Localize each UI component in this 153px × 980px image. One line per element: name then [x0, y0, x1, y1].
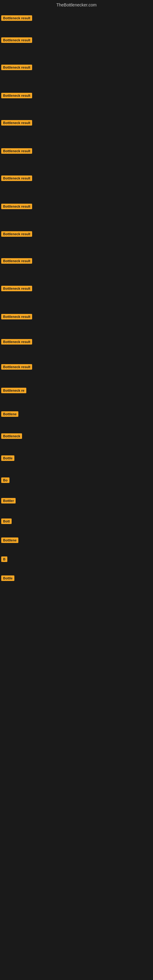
result-row: Bottleneck result	[0, 228, 153, 255]
result-row: Bottleneck result	[0, 283, 153, 311]
bottleneck-badge[interactable]: Bottleneck result	[1, 148, 32, 154]
bottleneck-badge[interactable]: Bottle	[1, 455, 14, 461]
bottleneck-badge[interactable]: Bottlene	[1, 411, 18, 417]
result-row: Bott	[0, 515, 153, 535]
result-row: Bottler	[0, 495, 153, 515]
result-row: Bottleneck result	[0, 336, 153, 361]
bottleneck-badge[interactable]: Bottleneck	[1, 433, 22, 439]
bottleneck-badge[interactable]: Bottleneck result	[1, 339, 32, 345]
result-row: Bottleneck result	[0, 145, 153, 172]
result-row: Bottleneck re	[0, 385, 153, 408]
bottleneck-badge[interactable]: Bottle	[1, 576, 14, 581]
result-row: Bottleneck	[0, 430, 153, 452]
bottleneck-badge[interactable]: Bottleneck result	[1, 37, 32, 43]
result-row: B	[0, 554, 153, 573]
bottleneck-badge[interactable]: Bottleneck result	[1, 15, 32, 21]
bottleneck-badge[interactable]: Bott	[1, 519, 12, 524]
result-row: Bottleneck result	[0, 311, 153, 336]
bottleneck-badge[interactable]: Bottleneck result	[1, 286, 32, 291]
bottleneck-badge[interactable]: Bottleneck result	[1, 120, 32, 126]
site-title-text: TheBottlenecker.com	[56, 2, 97, 7]
result-row: Bottle	[0, 452, 153, 474]
result-row: Bottleneck result	[0, 34, 153, 62]
bottleneck-badge[interactable]: Bottlene	[1, 538, 18, 543]
result-row: Bottleneck result	[0, 62, 153, 90]
result-row: Bottlene	[0, 408, 153, 430]
result-row: Bottleneck result	[0, 172, 153, 200]
bottleneck-badge[interactable]: Bottler	[1, 498, 16, 503]
result-row: Bottleneck result	[0, 117, 153, 145]
bottleneck-badge[interactable]: Bottleneck result	[1, 231, 32, 237]
result-row: Bottleneck result	[0, 90, 153, 117]
result-row: Bottleneck result	[0, 255, 153, 283]
bottleneck-badge[interactable]: Bottleneck result	[1, 65, 32, 70]
result-row: Bottlene	[0, 535, 153, 554]
bottleneck-badge[interactable]: B	[1, 557, 7, 562]
bottleneck-badge[interactable]: Bottleneck result	[1, 204, 32, 209]
bottleneck-badge[interactable]: Bottleneck result	[1, 314, 32, 320]
badges-container: Bottleneck resultBottleneck resultBottle…	[0, 9, 153, 591]
bottleneck-badge[interactable]: Bottleneck result	[1, 258, 32, 264]
result-row: Bo	[0, 474, 153, 495]
result-row: Bottle	[0, 573, 153, 591]
bottleneck-badge[interactable]: Bottleneck result	[1, 175, 32, 181]
result-row: Bottleneck result	[0, 200, 153, 228]
result-row: Bottleneck result	[0, 9, 153, 34]
site-title: TheBottlenecker.com	[0, 0, 153, 9]
result-row: Bottleneck result	[0, 361, 153, 385]
bottleneck-badge[interactable]: Bottleneck re	[1, 388, 26, 393]
bottleneck-badge[interactable]: Bottleneck result	[1, 364, 32, 370]
bottleneck-badge[interactable]: Bo	[1, 477, 10, 483]
bottleneck-badge[interactable]: Bottleneck result	[1, 93, 32, 98]
